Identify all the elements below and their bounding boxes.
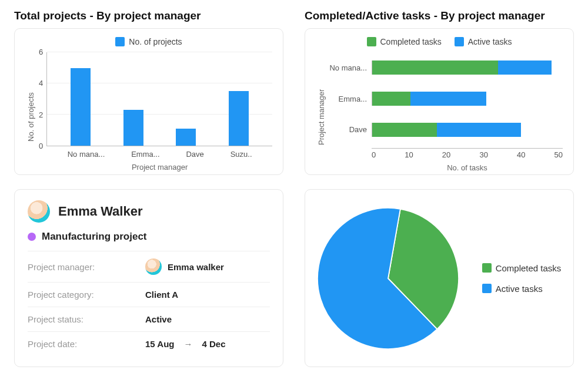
arrow-right-icon: →	[180, 339, 196, 349]
project-title-row: Manufacturing project	[28, 231, 270, 243]
bar-track	[372, 123, 563, 137]
person-header: Emma Walker	[28, 200, 270, 223]
segment-completed	[372, 92, 410, 106]
bar	[176, 129, 196, 146]
x-tick: Suzu..	[230, 150, 252, 159]
detail-row-category: Project category: Client A	[28, 282, 270, 307]
segment-completed	[372, 123, 437, 137]
card: No. of projects No. of projects 6 4 2 0	[14, 28, 283, 175]
project-details-card: Emma Walker Manufacturing project Projec…	[14, 189, 283, 367]
row-label: Emma...	[326, 95, 372, 103]
pie-legend: Completed tasks Active tasks	[482, 263, 562, 294]
stacked-bar-chart: Project manager No mana...Emma...Dave 0 …	[316, 52, 563, 164]
swatch-blue	[455, 37, 464, 46]
detail-label: Project date:	[28, 339, 145, 349]
detail-value: Active	[145, 314, 172, 324]
legend-item-completed: Completed tasks	[482, 263, 562, 273]
project-title: Manufacturing project	[42, 231, 147, 243]
detail-label: Project category:	[28, 290, 145, 300]
y-axis-label: Project manager	[316, 52, 326, 164]
legend-item: No. of projects	[115, 37, 182, 46]
bar-track	[372, 61, 563, 75]
segment-active	[437, 123, 521, 137]
x-axis	[372, 148, 563, 149]
date-start: 15 Aug	[145, 339, 174, 349]
x-tick: 0	[372, 150, 376, 159]
x-tick: 30	[479, 150, 487, 159]
bar	[229, 91, 249, 146]
y-axis-label: No. of projects	[25, 52, 35, 164]
x-tick: No mana...	[68, 150, 105, 159]
avatar	[28, 200, 50, 223]
x-tick: 40	[517, 150, 525, 159]
swatch-blue	[115, 37, 125, 46]
stacked-bar-row: Emma...	[326, 83, 563, 115]
plot-area: No mana...Emma...Dave 0 10 20 30 40 50 N…	[326, 52, 563, 146]
detail-row-manager: Project manager: Emma walker	[28, 251, 270, 282]
detail-value: Client A	[145, 290, 178, 300]
detail-label: Project status:	[28, 314, 145, 324]
x-ticks: 0 10 20 30 40 50	[372, 150, 563, 159]
x-tick: Dave	[186, 150, 203, 159]
detail-row-date: Project date: 15 Aug → 4 Dec	[28, 331, 270, 356]
bar-chart: No. of projects 6 4 2 0 No mana... Emma.…	[25, 52, 272, 164]
x-tick: 50	[554, 150, 563, 159]
panel-total-projects: Total projects - By project manager No. …	[14, 9, 283, 175]
avatar	[145, 258, 162, 275]
segment-active	[410, 92, 487, 106]
plot-area: No mana... Emma... Dave Suzu.. Project m…	[46, 52, 272, 146]
manager-name: Emma walker	[168, 262, 224, 272]
project-color-dot	[28, 233, 36, 241]
panel-pie: Completed tasks Active tasks	[305, 189, 574, 367]
bar	[123, 110, 143, 146]
legend-label: Active tasks	[496, 284, 543, 294]
stacked-bar-row: Dave	[326, 115, 563, 146]
panel-title: Completed/Active tasks - By project mana…	[305, 9, 574, 22]
card: Completed tasks Active tasks Project man…	[305, 28, 574, 175]
row-label: Dave	[326, 125, 372, 134]
date-end: 4 Dec	[202, 339, 225, 349]
detail-value: 15 Aug → 4 Dec	[145, 339, 225, 349]
segment-active	[498, 61, 552, 75]
pie-chart	[318, 208, 459, 349]
row-label: No mana...	[326, 63, 372, 72]
panel-title: Total projects - By project manager	[14, 9, 283, 22]
legend-label: No. of projects	[129, 37, 182, 46]
detail-row-status: Project status: Active	[28, 307, 270, 331]
x-tick: 20	[442, 150, 450, 159]
legend-item-active: Active tasks	[482, 284, 562, 294]
x-axis-label: Project manager	[47, 163, 272, 172]
legend-item-active: Active tasks	[455, 37, 512, 46]
legend-label: Completed tasks	[380, 37, 442, 46]
x-tick: Emma...	[131, 150, 159, 159]
x-ticks: No mana... Emma... Dave Suzu..	[47, 150, 272, 159]
bar-track	[372, 92, 563, 106]
y-ticks: 6 4 2 0	[35, 52, 46, 164]
legend-item-completed: Completed tasks	[367, 37, 442, 46]
detail-label: Project manager:	[28, 262, 145, 272]
swatch-blue	[482, 284, 492, 293]
legend: Completed tasks Active tasks	[316, 37, 563, 46]
legend: No. of projects	[25, 37, 272, 46]
bars	[47, 52, 272, 146]
x-tick: 10	[405, 150, 413, 159]
swatch-green	[367, 37, 376, 46]
legend-label: Active tasks	[468, 37, 512, 46]
x-axis-label: No. of tasks	[372, 163, 563, 172]
bar	[71, 68, 91, 146]
legend-label: Completed tasks	[496, 263, 562, 273]
person-name: Emma Walker	[58, 204, 142, 219]
detail-value: Emma walker	[145, 258, 224, 275]
panel-completed-active: Completed/Active tasks - By project mana…	[305, 9, 574, 175]
segment-completed	[372, 61, 498, 75]
stacked-bar-row: No mana...	[326, 52, 563, 83]
swatch-green	[482, 263, 492, 273]
